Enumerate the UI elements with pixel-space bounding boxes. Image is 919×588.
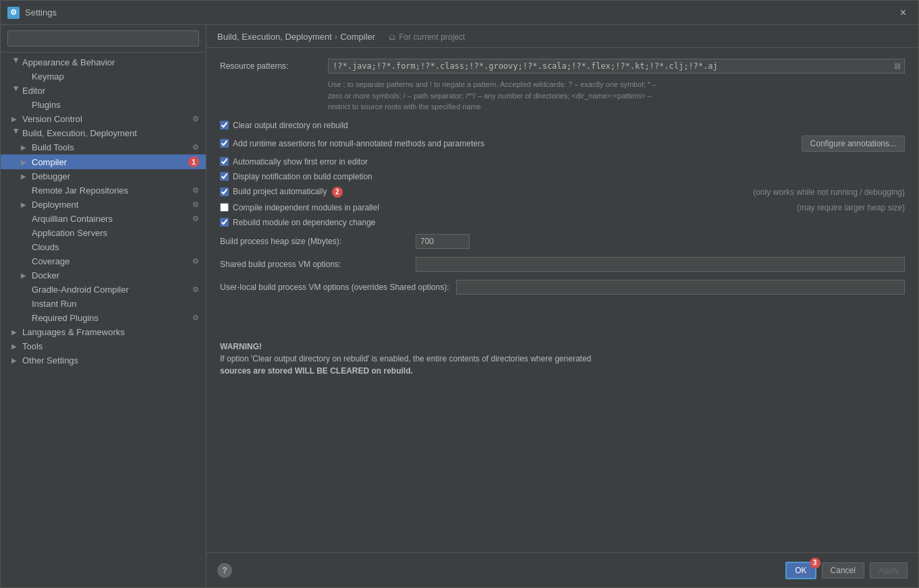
checkbox-build-auto: Build project automatically 2 (only work… xyxy=(220,187,905,198)
resource-patterns-row: Resource patterns: ⊠ xyxy=(220,59,905,74)
sidebar-item-appearance[interactable]: ▶ Appearance & Behavior xyxy=(1,55,206,69)
compile-parallel-checkbox[interactable] xyxy=(220,203,229,212)
settings-icon: ⚙ xyxy=(192,186,199,195)
display-notification-checkbox[interactable] xyxy=(220,172,229,181)
sidebar-item-deployment[interactable]: ▶ Deployment ⚙ xyxy=(1,198,206,212)
sidebar-item-label: Coverage xyxy=(32,256,190,266)
build-auto-label: Build project automatically 2 xyxy=(233,187,735,198)
configure-annotations-button[interactable]: Configure annotations... xyxy=(802,136,905,152)
sidebar-item-label: Docker xyxy=(32,270,199,281)
compile-parallel-note: (may require larger heap size) xyxy=(783,203,905,212)
sidebar-item-coverage[interactable]: Coverage ⚙ xyxy=(1,254,206,268)
warning-line2: If option 'Clear output directory on reb… xyxy=(220,353,905,365)
display-notification-label: Display notification on build completion xyxy=(233,172,905,181)
breadcrumb-separator: › xyxy=(335,32,337,42)
sidebar-item-label: Deployment xyxy=(32,200,190,210)
close-button[interactable]: × xyxy=(895,4,912,22)
hint-line1: Use ; to separate patterns and ! to nega… xyxy=(328,79,905,90)
sidebar-item-arquillian[interactable]: Arquillian Containers ⚙ xyxy=(1,212,206,226)
user-vm-label: User-local build process VM options (ove… xyxy=(220,283,449,292)
ok-button-wrap: OK 3 xyxy=(785,562,816,579)
breadcrumb-project-note: 🗂For current project xyxy=(389,32,465,42)
sidebar-item-label: Build Tools xyxy=(32,142,190,152)
arrow-icon: ▶ xyxy=(21,201,30,208)
sidebar-item-compiler[interactable]: ▶ Compiler 1 xyxy=(1,154,206,169)
arrow-icon: ▶ xyxy=(13,58,20,67)
search-box: 🔍 xyxy=(1,25,206,53)
shared-vm-label: Shared build process VM options: xyxy=(220,260,409,269)
add-runtime-label: Add runtime assertions for notnull-annot… xyxy=(233,139,798,148)
sidebar-item-docker[interactable]: ▶ Docker xyxy=(1,268,206,283)
sidebar-item-plugins[interactable]: Plugins xyxy=(1,98,206,112)
sidebar-item-label: Appearance & Behavior xyxy=(22,57,199,67)
hint-text: Use ; to separate patterns and ! to nega… xyxy=(328,79,905,113)
apply-button[interactable]: Apply xyxy=(870,562,908,579)
compiler-badge: 1 xyxy=(188,156,199,167)
settings-window: ⚙ Settings × 🔍 ▶ Appearance & Behavior xyxy=(0,0,919,588)
resource-patterns-input[interactable] xyxy=(328,59,905,74)
user-vm-input[interactable] xyxy=(456,280,906,295)
user-vm-row: User-local build process VM options (ove… xyxy=(220,280,905,295)
breadcrumb: Build, Execution, Deployment › Compiler … xyxy=(206,25,918,48)
app-icon: ⚙ xyxy=(7,7,20,19)
heap-size-row: Build process heap size (Mbytes): xyxy=(220,234,905,249)
sidebar-item-build-execution[interactable]: ▶ Build, Execution, Deployment xyxy=(1,126,206,140)
search-wrapper: 🔍 xyxy=(7,30,199,47)
checkbox-rebuild-dependency: Rebuild module on dependency change xyxy=(220,218,905,227)
sidebar-item-instant-run[interactable]: Instant Run xyxy=(1,297,206,311)
titlebar: ⚙ Settings × xyxy=(1,1,918,25)
sidebar-item-build-tools[interactable]: ▶ Build Tools ⚙ xyxy=(1,140,206,154)
build-auto-note: (only works while not running / debuggin… xyxy=(740,187,905,197)
sidebar-item-label: Compiler xyxy=(32,157,186,167)
sidebar-item-app-servers[interactable]: Application Servers xyxy=(1,226,206,240)
arrow-icon: ▶ xyxy=(21,144,30,151)
checkbox-clear-output: Clear output directory on rebuild xyxy=(220,121,905,130)
sidebar-item-gradle-android[interactable]: Gradle-Android Compiler ⚙ xyxy=(1,283,206,297)
sidebar-item-debugger[interactable]: ▶ Debugger xyxy=(1,169,206,183)
sidebar-item-remote-jar[interactable]: Remote Jar Repositories ⚙ xyxy=(1,183,206,198)
sidebar-item-version-control[interactable]: ▶ Version Control ⚙ xyxy=(1,112,206,126)
shared-vm-input[interactable] xyxy=(416,257,905,272)
arrow-icon: ▶ xyxy=(11,115,21,123)
arrow-icon: ▶ xyxy=(11,357,21,364)
sidebar-item-other-settings[interactable]: ▶ Other Settings xyxy=(1,353,206,368)
sidebar: 🔍 ▶ Appearance & Behavior Keymap ▶ xyxy=(1,25,206,587)
ok-badge: 3 xyxy=(810,558,820,568)
project-icon: 🗂 xyxy=(389,33,396,41)
warning-line3: sources are stored WILL BE CLEARED on re… xyxy=(220,365,905,377)
heap-size-input[interactable] xyxy=(416,234,470,249)
auto-show-error-label: Automatically show first error in editor xyxy=(233,157,905,167)
add-runtime-checkbox[interactable] xyxy=(220,139,229,148)
sidebar-item-editor[interactable]: ▶ Editor xyxy=(1,84,206,98)
rebuild-dependency-label: Rebuild module on dependency change xyxy=(233,218,905,227)
settings-icon: ⚙ xyxy=(192,214,199,223)
sidebar-item-label: Debugger xyxy=(32,171,199,181)
sidebar-item-tools[interactable]: ▶ Tools xyxy=(1,339,206,353)
settings-icon: ⚙ xyxy=(192,285,199,294)
clear-output-label: Clear output directory on rebuild xyxy=(233,121,905,130)
auto-show-error-checkbox[interactable] xyxy=(220,157,229,166)
window-title: Settings xyxy=(25,7,895,18)
compile-parallel-label: Compile independent modules in parallel xyxy=(233,203,779,212)
arrow-icon: ▶ xyxy=(21,272,30,279)
search-input[interactable] xyxy=(7,30,199,47)
nav-tree: ▶ Appearance & Behavior Keymap ▶ Editor … xyxy=(1,53,206,587)
sidebar-item-clouds[interactable]: Clouds xyxy=(1,240,206,254)
sidebar-item-label: Build, Execution, Deployment xyxy=(22,128,199,138)
arrow-icon: ▶ xyxy=(21,173,30,180)
settings-icon: ⚙ xyxy=(192,200,199,209)
help-button[interactable]: ? xyxy=(217,563,232,578)
sidebar-item-label: Editor xyxy=(22,86,199,96)
cancel-button[interactable]: Cancel xyxy=(822,562,864,579)
build-auto-checkbox[interactable] xyxy=(220,187,229,196)
sidebar-item-languages[interactable]: ▶ Languages & Frameworks xyxy=(1,325,206,339)
sidebar-item-keymap[interactable]: Keymap xyxy=(1,69,206,84)
warning-box: WARNING! If option 'Clear output directo… xyxy=(220,335,905,382)
rebuild-dependency-checkbox[interactable] xyxy=(220,218,229,227)
clear-output-checkbox[interactable] xyxy=(220,121,229,129)
sidebar-item-required-plugins[interactable]: Required Plugins ⚙ xyxy=(1,311,206,325)
checkbox-add-runtime: Add runtime assertions for notnull-annot… xyxy=(220,136,905,152)
expand-button[interactable]: ⊠ xyxy=(891,60,903,72)
checkbox-auto-show-error: Automatically show first error in editor xyxy=(220,157,905,167)
warning-line1: WARNING! xyxy=(220,341,905,353)
